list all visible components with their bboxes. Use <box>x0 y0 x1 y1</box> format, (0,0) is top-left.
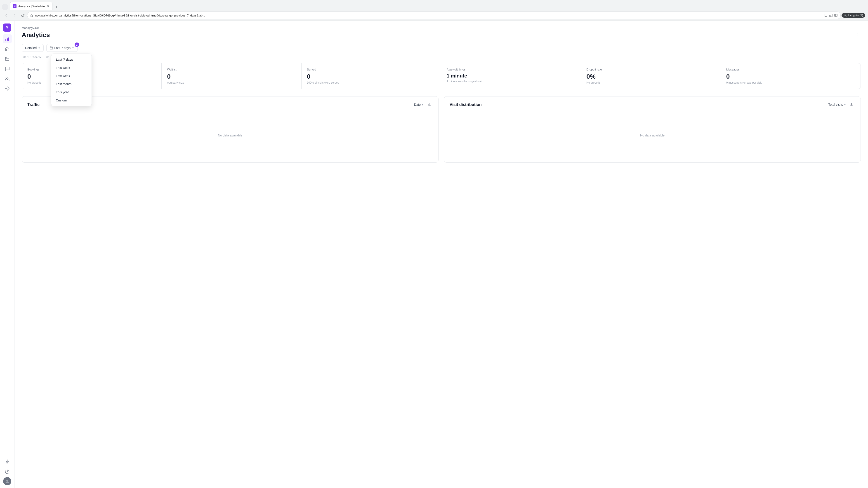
svg-rect-3 <box>835 14 837 17</box>
sidebar-item-chat[interactable] <box>3 64 12 73</box>
stat-avgwait: Avg wait times 1 minute 1 minute was the… <box>441 63 581 89</box>
svg-point-13 <box>6 77 7 78</box>
stat-waitlist-label: Waitlist <box>167 68 296 71</box>
reload-button[interactable] <box>19 12 26 19</box>
date-range-dropdown: Last 7 days This week Last week Last mon… <box>51 54 92 106</box>
chevron-down-icon: ▼ <box>38 47 40 49</box>
analytics-icon <box>5 36 10 41</box>
tab-close-button[interactable]: × <box>47 4 50 8</box>
visit-dist-chart-area: No data available <box>450 113 855 158</box>
download-icon <box>427 103 431 107</box>
detailed-dropdown[interactable]: Detailed ▼ <box>22 44 43 52</box>
page-title: Analytics <box>22 31 50 39</box>
sidebar-item-settings[interactable] <box>3 84 12 93</box>
incognito-badge: Incognito (2) <box>842 13 865 18</box>
users-icon <box>5 76 10 81</box>
date-option-thisweek[interactable]: This week <box>51 64 92 72</box>
date-option-last7[interactable]: Last 7 days <box>51 56 92 64</box>
svg-rect-8 <box>8 37 9 41</box>
stat-waitlist-sub: Avg party size <box>167 81 296 84</box>
stat-avgwait-sub: 1 minute was the longest wait <box>447 80 575 83</box>
stat-served-sub: 100% of visits were served <box>307 81 436 84</box>
app-layout: M <box>0 21 868 488</box>
tab-title: Analytics | Waitwhile <box>18 4 45 8</box>
browser-chrome: M Analytics | Waitwhile × + new.waitwhil… <box>0 0 868 21</box>
incognito-label: Incognito (2) <box>848 14 863 17</box>
sidebar-item-users[interactable] <box>3 74 12 83</box>
user-avatar[interactable] <box>3 477 11 485</box>
stat-avgwait-value: 1 minute <box>447 73 575 79</box>
traffic-no-data: No data available <box>218 120 242 151</box>
bookmark-icon[interactable] <box>824 13 828 17</box>
svg-rect-6 <box>5 39 6 41</box>
sidebar: M <box>0 21 14 488</box>
user-avatar-icon <box>5 479 10 484</box>
extension-icon[interactable] <box>829 13 833 17</box>
address-icons <box>824 13 838 17</box>
forward-button[interactable] <box>11 12 18 19</box>
tab-favicon: M <box>13 4 17 8</box>
svg-rect-9 <box>5 57 9 61</box>
calendar-icon <box>5 56 10 61</box>
sidebar-item-integrations[interactable] <box>3 457 12 466</box>
traffic-download-button[interactable] <box>426 101 433 108</box>
stat-waitlist: Waitlist 0 Avg party size <box>162 63 301 89</box>
help-icon <box>5 469 10 474</box>
svg-rect-1 <box>830 15 831 17</box>
stat-messages-label: Messages <box>726 68 855 71</box>
sidebar-icon[interactable] <box>834 13 838 17</box>
browser-controls: new.waitwhile.com/analytics?filter-locat… <box>0 10 868 21</box>
sidebar-item-help[interactable] <box>3 467 12 476</box>
sidebar-item-calendar[interactable] <box>3 54 12 63</box>
active-tab[interactable]: M Analytics | Waitwhile × <box>10 2 53 10</box>
stat-waitlist-value: 0 <box>167 73 296 80</box>
svg-point-17 <box>6 480 8 482</box>
svg-rect-7 <box>7 38 8 41</box>
svg-rect-2 <box>831 14 832 17</box>
visit-dist-total-dropdown[interactable]: Total visits ▼ <box>829 103 846 106</box>
date-option-lastweek[interactable]: Last week <box>51 72 92 80</box>
sidebar-item-home[interactable] <box>3 44 12 53</box>
page-header: Analytics ⋮ <box>22 31 861 39</box>
org-label: Moodjoy7434 <box>22 26 861 30</box>
date-range-subtitle: Feb 4, 12:00 AM – Feb 11... <box>22 55 861 59</box>
toolbar: Detailed ▼ Last 7 days ▼ 2 Last 7 days T… <box>22 44 861 52</box>
stat-served-value: 0 <box>307 73 436 80</box>
stat-dropoff-value: 0% <box>586 73 715 80</box>
stat-avgwait-label: Avg wait times <box>447 68 575 71</box>
traffic-chart-area: No data available <box>27 113 433 158</box>
stat-dropoff: Dropoff rate 0% No dropoffs <box>581 63 721 89</box>
chat-icon <box>5 66 10 71</box>
chevron-down-icon-date: ▼ <box>72 47 74 49</box>
lightning-icon <box>5 459 10 464</box>
stat-messages-value: 0 <box>726 73 855 80</box>
date-option-lastmonth[interactable]: Last month <box>51 80 92 88</box>
more-options-button[interactable]: ⋮ <box>854 31 861 39</box>
back-button[interactable] <box>3 12 10 19</box>
svg-rect-0 <box>31 15 33 17</box>
traffic-chart-controls: Date ▼ <box>414 101 433 108</box>
date-range-label: Last 7 days <box>54 46 70 50</box>
sidebar-item-analytics[interactable] <box>3 34 12 43</box>
date-range-dropdown-button[interactable]: Last 7 days ▼ 2 <box>46 44 78 52</box>
address-url: new.waitwhile.com/analytics?filter-locat… <box>35 14 822 17</box>
calendar-small-icon <box>50 46 53 50</box>
new-tab-button[interactable]: + <box>53 4 60 10</box>
settings-icon <box>5 86 10 91</box>
stat-served: Served 0 100% of visits were served <box>302 63 441 89</box>
org-avatar[interactable]: M <box>3 24 11 32</box>
stat-messages-sub: 0 message(s) on avg per visit <box>726 81 855 84</box>
address-bar[interactable]: new.waitwhile.com/analytics?filter-locat… <box>27 11 841 19</box>
download-icon-visit <box>849 103 854 107</box>
visit-dist-chart-controls: Total visits ▼ <box>829 101 855 108</box>
date-option-thisyear[interactable]: This year <box>51 88 92 96</box>
tab-bar: M Analytics | Waitwhile × + <box>0 0 868 10</box>
traffic-date-dropdown[interactable]: Date ▼ <box>414 103 424 106</box>
lock-icon <box>30 14 33 17</box>
date-option-custom[interactable]: Custom <box>51 96 92 104</box>
visit-dist-download-button[interactable] <box>848 101 855 108</box>
stat-messages: Messages 0 0 message(s) on avg per visit <box>721 63 861 89</box>
tab-group-button[interactable] <box>2 4 8 10</box>
visit-dist-chart-title: Visit distribution <box>450 102 482 107</box>
stat-dropoff-label: Dropoff rate <box>586 68 715 71</box>
